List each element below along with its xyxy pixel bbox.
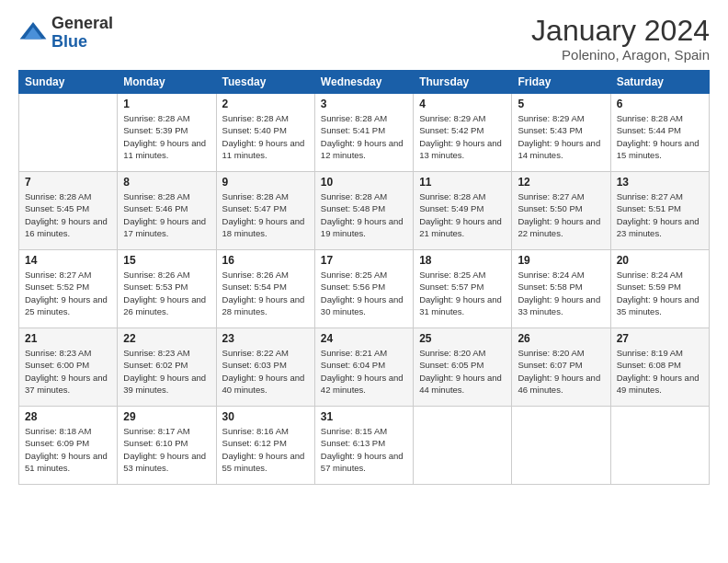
day-info: Sunrise: 8:28 AMSunset: 5:47 PMDaylight:… (222, 190, 309, 239)
day-info: Sunrise: 8:28 AMSunset: 5:44 PMDaylight:… (617, 112, 703, 161)
day-info: Sunrise: 8:17 AMSunset: 6:10 PMDaylight:… (123, 425, 210, 474)
calendar-week-row: 1Sunrise: 8:28 AMSunset: 5:39 PMDaylight… (19, 94, 710, 172)
calendar-cell: 27Sunrise: 8:19 AMSunset: 6:08 PMDayligh… (610, 328, 709, 407)
calendar-cell: 6Sunrise: 8:28 AMSunset: 5:44 PMDaylight… (610, 94, 709, 172)
weekday-header: Tuesday (216, 71, 314, 94)
logo: General Blue (18, 15, 113, 52)
calendar-cell: 15Sunrise: 8:26 AMSunset: 5:53 PMDayligh… (118, 250, 216, 328)
day-info: Sunrise: 8:28 AMSunset: 5:41 PMDaylight:… (321, 112, 407, 161)
day-number: 31 (321, 410, 407, 423)
day-number: 3 (321, 98, 407, 110)
day-info: Sunrise: 8:16 AMSunset: 6:12 PMDaylight:… (222, 425, 309, 474)
calendar-cell: 4Sunrise: 8:29 AMSunset: 5:42 PMDaylight… (414, 94, 512, 172)
calendar-cell: 21Sunrise: 8:23 AMSunset: 6:00 PMDayligh… (19, 328, 118, 407)
calendar-cell: 29Sunrise: 8:17 AMSunset: 6:10 PMDayligh… (118, 407, 216, 485)
logo-text: General Blue (51, 15, 113, 52)
calendar-cell: 13Sunrise: 8:27 AMSunset: 5:51 PMDayligh… (610, 172, 709, 250)
day-info: Sunrise: 8:28 AMSunset: 5:40 PMDaylight:… (222, 112, 309, 161)
day-number: 18 (419, 254, 506, 267)
calendar-cell: 28Sunrise: 8:18 AMSunset: 6:09 PMDayligh… (19, 407, 118, 485)
day-info: Sunrise: 8:29 AMSunset: 5:42 PMDaylight:… (419, 112, 506, 161)
logo-blue: Blue (51, 33, 113, 52)
calendar-cell: 2Sunrise: 8:28 AMSunset: 5:40 PMDaylight… (216, 94, 314, 172)
day-info: Sunrise: 8:18 AMSunset: 6:09 PMDaylight:… (25, 425, 111, 474)
calendar-cell: 24Sunrise: 8:21 AMSunset: 6:04 PMDayligh… (314, 328, 413, 407)
weekday-header: Friday (512, 71, 610, 94)
day-number: 24 (321, 332, 407, 345)
day-info: Sunrise: 8:24 AMSunset: 5:58 PMDaylight:… (518, 269, 604, 317)
day-number: 27 (617, 332, 703, 345)
calendar-cell: 17Sunrise: 8:25 AMSunset: 5:56 PMDayligh… (314, 250, 413, 328)
calendar-week-row: 7Sunrise: 8:28 AMSunset: 5:45 PMDaylight… (19, 172, 710, 250)
calendar-cell: 3Sunrise: 8:28 AMSunset: 5:41 PMDaylight… (314, 94, 413, 172)
day-number: 20 (617, 254, 703, 267)
day-number: 5 (518, 98, 604, 110)
day-info: Sunrise: 8:28 AMSunset: 5:39 PMDaylight:… (123, 112, 210, 161)
day-info: Sunrise: 8:23 AMSunset: 6:02 PMDaylight:… (123, 347, 210, 396)
weekday-header: Thursday (414, 71, 512, 94)
calendar-cell: 14Sunrise: 8:27 AMSunset: 5:52 PMDayligh… (19, 250, 118, 328)
day-info: Sunrise: 8:15 AMSunset: 6:13 PMDaylight:… (321, 425, 407, 474)
day-info: Sunrise: 8:20 AMSunset: 6:07 PMDaylight:… (518, 347, 604, 396)
calendar-week-row: 14Sunrise: 8:27 AMSunset: 5:52 PMDayligh… (19, 250, 710, 328)
day-number: 19 (518, 254, 604, 267)
calendar-cell: 5Sunrise: 8:29 AMSunset: 5:43 PMDaylight… (512, 94, 610, 172)
calendar-cell: 11Sunrise: 8:28 AMSunset: 5:49 PMDayligh… (414, 172, 512, 250)
day-info: Sunrise: 8:28 AMSunset: 5:48 PMDaylight:… (321, 190, 407, 239)
calendar-cell: 19Sunrise: 8:24 AMSunset: 5:58 PMDayligh… (512, 250, 610, 328)
calendar-cell (19, 94, 118, 172)
day-info: Sunrise: 8:24 AMSunset: 5:59 PMDaylight:… (617, 269, 703, 317)
calendar-cell: 22Sunrise: 8:23 AMSunset: 6:02 PMDayligh… (118, 328, 216, 407)
calendar-week-row: 21Sunrise: 8:23 AMSunset: 6:00 PMDayligh… (19, 328, 710, 407)
day-number: 10 (321, 176, 407, 189)
weekday-header-row: SundayMondayTuesdayWednesdayThursdayFrid… (19, 71, 710, 94)
calendar-cell: 7Sunrise: 8:28 AMSunset: 5:45 PMDaylight… (19, 172, 118, 250)
calendar-cell: 20Sunrise: 8:24 AMSunset: 5:59 PMDayligh… (610, 250, 709, 328)
day-number: 15 (123, 254, 210, 267)
day-info: Sunrise: 8:25 AMSunset: 5:56 PMDaylight:… (321, 269, 407, 317)
day-info: Sunrise: 8:27 AMSunset: 5:52 PMDaylight:… (25, 269, 111, 317)
day-info: Sunrise: 8:27 AMSunset: 5:50 PMDaylight:… (518, 190, 604, 239)
day-number: 4 (419, 98, 506, 110)
day-number: 23 (222, 332, 309, 345)
calendar-cell: 12Sunrise: 8:27 AMSunset: 5:50 PMDayligh… (512, 172, 610, 250)
calendar-cell: 26Sunrise: 8:20 AMSunset: 6:07 PMDayligh… (512, 328, 610, 407)
day-info: Sunrise: 8:28 AMSunset: 5:46 PMDaylight:… (123, 190, 210, 239)
day-number: 29 (123, 410, 210, 423)
day-info: Sunrise: 8:20 AMSunset: 6:05 PMDaylight:… (419, 347, 506, 396)
day-number: 21 (25, 332, 111, 345)
weekday-header: Saturday (610, 71, 709, 94)
calendar-cell: 9Sunrise: 8:28 AMSunset: 5:47 PMDaylight… (216, 172, 314, 250)
weekday-header: Wednesday (314, 71, 413, 94)
day-number: 30 (222, 410, 309, 423)
weekday-header: Monday (118, 71, 216, 94)
day-number: 9 (222, 176, 309, 189)
weekday-header: Sunday (19, 71, 118, 94)
day-number: 12 (518, 176, 604, 189)
day-number: 8 (123, 176, 210, 189)
calendar-cell: 16Sunrise: 8:26 AMSunset: 5:54 PMDayligh… (216, 250, 314, 328)
calendar-cell: 23Sunrise: 8:22 AMSunset: 6:03 PMDayligh… (216, 328, 314, 407)
calendar-cell: 25Sunrise: 8:20 AMSunset: 6:05 PMDayligh… (414, 328, 512, 407)
day-info: Sunrise: 8:21 AMSunset: 6:04 PMDaylight:… (321, 347, 407, 396)
page: General Blue January 2024 Polenino, Arag… (0, 0, 728, 563)
day-info: Sunrise: 8:29 AMSunset: 5:43 PMDaylight:… (518, 112, 604, 161)
sub-title: Polenino, Aragon, Spain (531, 47, 710, 63)
calendar-cell: 10Sunrise: 8:28 AMSunset: 5:48 PMDayligh… (314, 172, 413, 250)
calendar-cell: 30Sunrise: 8:16 AMSunset: 6:12 PMDayligh… (216, 407, 314, 485)
calendar-cell: 18Sunrise: 8:25 AMSunset: 5:57 PMDayligh… (414, 250, 512, 328)
day-number: 17 (321, 254, 407, 267)
calendar-cell (610, 407, 709, 485)
calendar-cell (414, 407, 512, 485)
day-info: Sunrise: 8:28 AMSunset: 5:49 PMDaylight:… (419, 190, 506, 239)
day-info: Sunrise: 8:26 AMSunset: 5:53 PMDaylight:… (123, 269, 210, 317)
day-number: 1 (123, 98, 210, 110)
calendar-cell: 31Sunrise: 8:15 AMSunset: 6:13 PMDayligh… (314, 407, 413, 485)
day-number: 6 (617, 98, 703, 110)
day-info: Sunrise: 8:19 AMSunset: 6:08 PMDaylight:… (617, 347, 703, 396)
logo-general: General (51, 15, 113, 33)
header: General Blue January 2024 Polenino, Arag… (18, 15, 710, 63)
day-number: 16 (222, 254, 309, 267)
day-number: 22 (123, 332, 210, 345)
calendar: SundayMondayTuesdayWednesdayThursdayFrid… (18, 70, 710, 485)
